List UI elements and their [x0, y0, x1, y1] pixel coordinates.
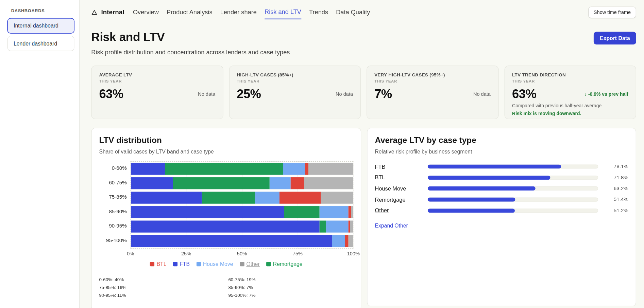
ltv-bar-track-btl: [428, 176, 598, 180]
tab-lender-share[interactable]: Lender share: [220, 6, 257, 19]
y-axis-label-85-90: 85-90%: [99, 204, 126, 219]
bar-segment-other: [321, 192, 353, 204]
tab-product-analysis[interactable]: Product Analysis: [167, 6, 213, 19]
ltv-bar-track-other: [428, 209, 598, 213]
legend-label: Other: [246, 261, 259, 267]
band-share-note: 75-85%: 16%: [99, 285, 228, 290]
bar-segment-house-move: [326, 221, 349, 233]
legend-label: House Move: [203, 261, 233, 267]
sidebar-items: Internal dashboardLender dashboard: [7, 18, 74, 51]
export-data-button[interactable]: Export Data: [594, 32, 636, 44]
band-share-note: 60-75%: 19%: [228, 277, 353, 282]
stacked-bar-0-60: [131, 163, 353, 175]
bar-row-95-100: [131, 234, 353, 248]
bar-segment-house-move: [255, 192, 280, 204]
y-axis-label-90-95: 90-95%: [99, 219, 126, 233]
case-type-row-remortgage: Remortgage51.4%: [375, 194, 628, 205]
stacked-bar-75-85: [131, 192, 353, 204]
bar-segment-other: [350, 221, 353, 233]
expand-other-link[interactable]: Expand Other: [375, 223, 408, 229]
x-axis-labels: 0%25%50%75%100%: [131, 249, 354, 257]
legend-label: FTB: [180, 261, 190, 267]
stacked-bar-85-90: [131, 206, 353, 218]
kpi-note: No data: [198, 91, 215, 97]
main-content: Internal OverviewProduct AnalysisLender …: [80, 0, 644, 308]
bar-segment-btl: [305, 163, 309, 175]
legend-item-remortgage[interactable]: Remortgage: [266, 261, 302, 267]
y-axis-label-75-85: 75-85%: [99, 190, 126, 204]
scale-wrapper: DASHBOARDS Internal dashboardLender dash…: [0, 0, 644, 308]
kpi-value: 25%: [237, 87, 261, 101]
y-axis-label-60-75: 60-75%: [99, 176, 126, 190]
ltv-value-label-remortgage: 51.4%: [604, 197, 628, 202]
average-ltv-panel: Average LTV by case type Relative risk p…: [367, 128, 636, 306]
kpi-value: 63%: [99, 87, 123, 101]
kpi-period: THIS YEAR: [99, 79, 215, 83]
sidebar-item-internal-dashboard[interactable]: Internal dashboard: [7, 18, 74, 33]
bar-row-0-60: [131, 162, 353, 176]
kpi-label: VERY HIGH-LTV CASES (95%+): [374, 72, 491, 77]
top-navigation: Internal OverviewProduct AnalysisLender …: [91, 0, 636, 25]
bar-segment-remortgage: [165, 163, 283, 175]
tab-trends[interactable]: Trends: [309, 6, 328, 19]
x-axis-label: 25%: [181, 251, 191, 256]
ltv-bar-track-remortgage: [428, 198, 598, 202]
band-share-footnotes: 0-60%: 40%60-75%: 19%75-85%: 16%85-90%: …: [99, 277, 353, 298]
sidebar-item-lender-dashboard[interactable]: Lender dashboard: [7, 36, 74, 51]
tab-risk-and-ltv[interactable]: Risk and LTV: [265, 5, 301, 19]
panel-subtitle: Share of valid cases by LTV band and cas…: [99, 148, 353, 155]
ltv-value-label-other: 51.2%: [604, 208, 628, 214]
bar-segment-house-move: [332, 235, 345, 247]
ltv-value-label-ftb: 78.1%: [604, 164, 628, 169]
bar-segment-remortgage: [320, 221, 326, 233]
ltv-distribution-chart: 0-60%60-75%75-85%85-90%90-95%95-100%: [99, 161, 353, 249]
kpi-row: AVERAGE LTV THIS YEAR 63% No data HIGH-L…: [91, 66, 636, 119]
bar-segment-ftb: [131, 177, 173, 189]
case-type-row-other: Other51.2%: [375, 205, 628, 216]
kpi-period: THIS YEAR: [374, 79, 491, 83]
plot-area: [131, 161, 354, 249]
bar-segment-other: [304, 177, 353, 189]
kpi-value: 7%: [374, 87, 392, 101]
sidebar-section-label: DASHBOARDS: [11, 8, 74, 13]
bar-segment-btl: [291, 177, 304, 189]
legend-item-ftb[interactable]: FTB: [173, 261, 190, 267]
case-type-label-other[interactable]: Other: [375, 207, 423, 214]
legend-swatch-remortgage: [266, 262, 271, 266]
panels-row: LTV distribution Share of valid cases by…: [91, 128, 636, 308]
tab-overview[interactable]: Overview: [133, 6, 159, 19]
ltv-bar-track-house-move: [428, 186, 598, 191]
kpi-status-text: Risk mix is moving downward.: [512, 111, 628, 116]
legend-item-other[interactable]: Other: [240, 261, 260, 267]
ltv-bar-fill-house-move: [428, 186, 536, 191]
legend-item-house-move[interactable]: House Move: [197, 261, 233, 267]
y-axis-label-95-100: 95-100%: [99, 233, 126, 248]
kpi-card-high-ltv-cases: HIGH-LTV CASES (85%+) THIS YEAR 25% No d…: [229, 66, 361, 119]
tab-data-quality[interactable]: Data Quality: [336, 6, 370, 19]
show-time-frame-button[interactable]: Show time frame: [588, 6, 636, 18]
band-share-note: 90-95%: 11%: [99, 293, 228, 298]
case-type-label-btl: BTL: [375, 175, 423, 181]
page-title: Risk and LTV: [91, 31, 290, 44]
bar-segment-ftb: [131, 206, 284, 218]
bar-segment-btl: [279, 192, 321, 204]
bar-segment-house-move: [320, 206, 349, 218]
bar-row-90-95: [131, 219, 353, 234]
x-axis-label: 75%: [293, 251, 303, 256]
page-header: Risk and LTV Risk profile distribution a…: [91, 31, 636, 56]
bar-segment-ftb: [131, 235, 332, 247]
legend-item-btl[interactable]: BTL: [150, 261, 166, 267]
case-type-label-ftb: FTB: [375, 164, 423, 170]
legend-label: Remortgage: [273, 261, 303, 267]
gridline: [353, 162, 353, 248]
bar-segment-btl: [345, 235, 349, 247]
bar-segment-other: [308, 163, 353, 175]
panel-subtitle: Relative risk profile by business segmen…: [375, 148, 628, 155]
stacked-bar-90-95: [131, 221, 353, 233]
legend-swatch-ftb: [173, 262, 177, 266]
kpi-card-very-high-ltv-cases: VERY HIGH-LTV CASES (95%+) THIS YEAR 7% …: [367, 66, 498, 119]
x-axis-label: 100%: [347, 251, 360, 256]
page-subtitle: Risk profile distribution and concentrat…: [91, 49, 290, 56]
bar-segment-other: [351, 206, 353, 218]
kpi-trend-delta: ↓ -0.9% vs prev half: [584, 92, 628, 97]
